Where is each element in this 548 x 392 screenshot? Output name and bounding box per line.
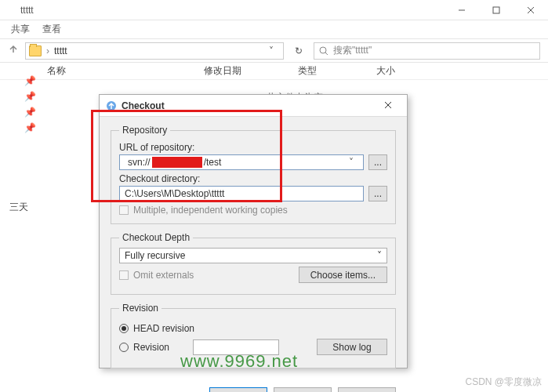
ok-button[interactable]: OK — [209, 387, 267, 392]
minimize-button[interactable] — [445, 0, 479, 20]
dir-input[interactable]: C:\Users\M\Desktop\ttttt — [119, 186, 364, 201]
checkout-icon — [106, 100, 117, 111]
dialog-button-row: OK Cancel Help — [100, 383, 407, 392]
repository-legend: Repository — [119, 125, 170, 136]
checkout-dialog: Checkout Repository URL of repository: s… — [99, 94, 408, 368]
search-input[interactable]: 搜索"ttttt" — [314, 42, 540, 60]
col-size[interactable]: 大小 — [376, 64, 439, 78]
svg-point-4 — [320, 47, 326, 53]
svg-rect-1 — [493, 7, 499, 13]
omit-externals-label: Omit externals — [133, 270, 194, 281]
browse-dir-button[interactable]: ... — [368, 186, 387, 201]
svg-line-5 — [325, 53, 328, 55]
omit-externals-checkbox[interactable]: Omit externals — [119, 270, 194, 281]
credit-text: CSDN @零度微凉 — [465, 376, 542, 389]
chevron-down-icon: ˅ — [377, 250, 382, 261]
head-revision-label: HEAD revision — [133, 323, 194, 334]
pin-icon[interactable]: 📌 — [3, 75, 42, 91]
maximize-button[interactable] — [479, 0, 514, 20]
address-bar[interactable]: › ttttt ˅ — [25, 42, 284, 60]
tab-share[interactable]: 共享 — [11, 23, 30, 36]
tab-view[interactable]: 查看 — [42, 23, 61, 36]
chevron-down-icon[interactable]: ˅ — [263, 45, 280, 56]
url-prefix: svn:// — [128, 157, 151, 168]
breadcrumb-sep: › — [46, 45, 49, 56]
multiple-copies-checkbox[interactable]: Multiple, independent working copies — [119, 205, 387, 216]
pin-icon[interactable]: 📌 — [3, 107, 42, 122]
search-icon — [319, 46, 328, 56]
radio-icon — [119, 324, 129, 333]
multiple-copies-label: Multiple, independent working copies — [133, 205, 288, 216]
browse-url-button[interactable]: ... — [368, 154, 387, 170]
dialog-titlebar: Checkout — [100, 95, 407, 117]
cancel-button[interactable]: Cancel — [274, 387, 332, 392]
address-bar-row: › ttttt ˅ ↻ 搜索"ttttt" — [0, 39, 548, 63]
ribbon: 共享 查看 — [0, 20, 548, 39]
dir-label: Checkout directory: — [119, 173, 387, 184]
chevron-down-icon[interactable]: ˅ — [344, 157, 358, 168]
repository-group: Repository URL of repository: svn:// /te… — [111, 125, 396, 224]
depth-select[interactable]: Fully recursive ˅ — [119, 248, 387, 263]
show-log-button[interactable]: Show log — [317, 339, 387, 355]
help-button[interactable]: Help — [338, 387, 396, 392]
close-button[interactable] — [514, 0, 548, 20]
col-type[interactable]: 类型 — [298, 64, 376, 78]
checkbox-icon — [119, 270, 129, 280]
revision-legend: Revision — [119, 303, 161, 314]
window-titlebar: ttttt — [0, 0, 548, 20]
url-suffix: /test — [204, 157, 222, 168]
choose-items-button[interactable]: Choose items... — [299, 267, 387, 283]
column-headers: 名称 修改日期 类型 大小 — [0, 63, 548, 80]
url-input[interactable]: svn:// /test ˅ — [119, 154, 364, 170]
dir-value: C:\Users\M\Desktop\ttttt — [125, 188, 224, 199]
window-title: ttttt — [20, 5, 34, 16]
depth-value: Fully recursive — [125, 250, 185, 261]
checkbox-icon — [119, 205, 129, 215]
depth-legend: Checkout Depth — [119, 232, 193, 243]
dialog-title: Checkout — [122, 100, 165, 111]
pin-icon[interactable]: 📌 — [3, 122, 42, 138]
redacted-block — [152, 157, 202, 168]
col-date[interactable]: 修改日期 — [204, 64, 298, 78]
folder-icon — [29, 45, 42, 56]
watermark: www.9969.net — [180, 351, 298, 372]
depth-group: Checkout Depth Fully recursive ˅ Omit ex… — [111, 232, 396, 295]
nav-sidebar: 📌 📌 📌 📌 三天 — [3, 75, 42, 214]
up-button[interactable] — [8, 44, 19, 57]
revision-radio[interactable] — [119, 343, 129, 352]
breadcrumb-current[interactable]: ttttt — [54, 45, 258, 56]
refresh-button[interactable]: ↻ — [290, 45, 307, 56]
dialog-close-button[interactable] — [376, 100, 401, 111]
head-revision-radio[interactable]: HEAD revision — [119, 323, 387, 334]
url-label: URL of repository: — [119, 142, 387, 153]
search-placeholder: 搜索"ttttt" — [333, 44, 372, 57]
pin-icon[interactable]: 📌 — [3, 91, 42, 107]
col-name[interactable]: 名称 — [47, 64, 204, 78]
sidebar-item-days[interactable]: 三天 — [3, 201, 42, 214]
